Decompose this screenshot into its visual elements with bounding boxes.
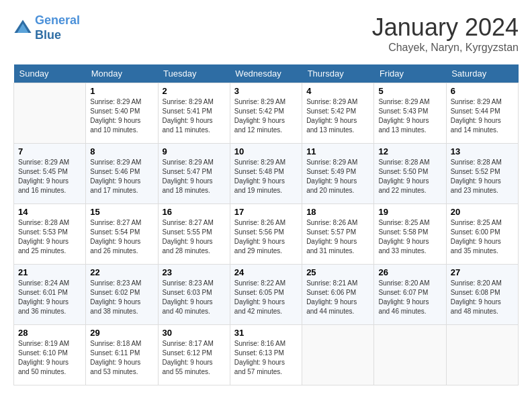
week-row-4: 21Sunrise: 8:24 AMSunset: 6:01 PMDayligh… — [14, 265, 519, 325]
day-info: Sunrise: 8:29 AMSunset: 5:42 PMDaylight:… — [306, 97, 369, 135]
day-number: 9 — [163, 146, 226, 156]
day-info: Sunrise: 8:24 AMSunset: 6:01 PMDaylight:… — [18, 279, 81, 316]
day-number: 11 — [306, 146, 369, 156]
week-row-1: 1Sunrise: 8:29 AMSunset: 5:40 PMDaylight… — [14, 83, 519, 144]
day-info: Sunrise: 8:23 AMSunset: 6:02 PMDaylight:… — [90, 279, 153, 316]
day-info: Sunrise: 8:26 AMSunset: 5:57 PMDaylight:… — [306, 218, 369, 256]
day-cell — [446, 325, 518, 385]
day-info: Sunrise: 8:28 AMSunset: 5:53 PMDaylight:… — [18, 218, 81, 256]
day-cell: 21Sunrise: 8:24 AMSunset: 6:01 PMDayligh… — [14, 265, 86, 325]
day-number: 25 — [306, 267, 369, 277]
weekday-header-tuesday: Tuesday — [158, 64, 230, 83]
day-number: 31 — [234, 328, 298, 338]
day-cell: 17Sunrise: 8:26 AMSunset: 5:56 PMDayligh… — [230, 204, 302, 265]
day-number: 10 — [234, 146, 298, 156]
logo-line2: Blue — [35, 28, 61, 42]
day-number: 24 — [234, 267, 298, 277]
calendar-table: SundayMondayTuesdayWednesdayThursdayFrid… — [13, 64, 519, 385]
weekday-header-friday: Friday — [374, 64, 446, 83]
day-number: 8 — [90, 146, 153, 156]
logo-icon — [13, 19, 32, 38]
day-cell: 26Sunrise: 8:20 AMSunset: 6:07 PMDayligh… — [374, 265, 446, 325]
day-cell: 29Sunrise: 8:18 AMSunset: 6:11 PMDayligh… — [86, 325, 158, 385]
logo-text: General Blue — [35, 13, 80, 42]
day-number: 5 — [378, 86, 441, 96]
day-cell: 28Sunrise: 8:19 AMSunset: 6:10 PMDayligh… — [14, 325, 86, 385]
day-cell: 22Sunrise: 8:23 AMSunset: 6:02 PMDayligh… — [86, 265, 158, 325]
day-number: 14 — [18, 207, 81, 217]
weekday-header-thursday: Thursday — [302, 64, 374, 83]
day-number: 18 — [306, 207, 369, 217]
day-info: Sunrise: 8:27 AMSunset: 5:54 PMDaylight:… — [90, 218, 153, 256]
day-info: Sunrise: 8:21 AMSunset: 6:06 PMDaylight:… — [306, 279, 369, 316]
calendar-body: 1Sunrise: 8:29 AMSunset: 5:40 PMDaylight… — [14, 83, 519, 385]
day-info: Sunrise: 8:16 AMSunset: 6:13 PMDaylight:… — [234, 339, 298, 377]
day-cell: 5Sunrise: 8:29 AMSunset: 5:43 PMDaylight… — [374, 83, 446, 144]
day-number: 20 — [451, 207, 514, 217]
day-number: 29 — [90, 328, 153, 338]
weekday-header-monday: Monday — [86, 64, 158, 83]
day-info: Sunrise: 8:29 AMSunset: 5:40 PMDaylight:… — [90, 97, 153, 135]
day-cell: 30Sunrise: 8:17 AMSunset: 6:12 PMDayligh… — [158, 325, 230, 385]
weekday-header-sunday: Sunday — [14, 64, 86, 83]
calendar-header: SundayMondayTuesdayWednesdayThursdayFrid… — [14, 64, 519, 83]
day-info: Sunrise: 8:17 AMSunset: 6:12 PMDaylight:… — [163, 339, 226, 377]
day-cell: 24Sunrise: 8:22 AMSunset: 6:05 PMDayligh… — [230, 265, 302, 325]
day-info: Sunrise: 8:29 AMSunset: 5:47 PMDaylight:… — [163, 158, 226, 195]
day-number: 15 — [90, 207, 153, 217]
day-cell: 1Sunrise: 8:29 AMSunset: 5:40 PMDaylight… — [86, 83, 158, 144]
week-row-2: 7Sunrise: 8:29 AMSunset: 5:45 PMDaylight… — [14, 144, 519, 204]
day-cell: 13Sunrise: 8:28 AMSunset: 5:52 PMDayligh… — [446, 144, 518, 204]
day-number: 26 — [378, 267, 441, 277]
location: Chayek, Naryn, Kyrgyzstan — [372, 42, 519, 54]
day-number: 23 — [163, 267, 226, 277]
page-header: General Blue January 2024 Chayek, Naryn,… — [13, 13, 519, 54]
week-row-5: 28Sunrise: 8:19 AMSunset: 6:10 PMDayligh… — [14, 325, 519, 385]
day-info: Sunrise: 8:29 AMSunset: 5:46 PMDaylight:… — [90, 158, 153, 195]
day-info: Sunrise: 8:29 AMSunset: 5:44 PMDaylight:… — [451, 97, 514, 135]
day-info: Sunrise: 8:25 AMSunset: 5:58 PMDaylight:… — [378, 218, 441, 256]
day-cell: 10Sunrise: 8:29 AMSunset: 5:48 PMDayligh… — [230, 144, 302, 204]
month-year: January 2024 — [372, 13, 519, 42]
day-cell: 15Sunrise: 8:27 AMSunset: 5:54 PMDayligh… — [86, 204, 158, 265]
day-cell: 14Sunrise: 8:28 AMSunset: 5:53 PMDayligh… — [14, 204, 86, 265]
day-cell: 4Sunrise: 8:29 AMSunset: 5:42 PMDaylight… — [302, 83, 374, 144]
day-cell: 25Sunrise: 8:21 AMSunset: 6:06 PMDayligh… — [302, 265, 374, 325]
day-number: 4 — [306, 86, 369, 96]
day-cell: 18Sunrise: 8:26 AMSunset: 5:57 PMDayligh… — [302, 204, 374, 265]
day-info: Sunrise: 8:23 AMSunset: 6:03 PMDaylight:… — [163, 279, 226, 316]
day-info: Sunrise: 8:22 AMSunset: 6:05 PMDaylight:… — [234, 279, 298, 316]
day-cell: 31Sunrise: 8:16 AMSunset: 6:13 PMDayligh… — [230, 325, 302, 385]
day-cell: 3Sunrise: 8:29 AMSunset: 5:42 PMDaylight… — [230, 83, 302, 144]
day-number: 16 — [163, 207, 226, 217]
day-number: 7 — [18, 146, 81, 156]
day-cell: 6Sunrise: 8:29 AMSunset: 5:44 PMDaylight… — [446, 83, 518, 144]
day-cell: 19Sunrise: 8:25 AMSunset: 5:58 PMDayligh… — [374, 204, 446, 265]
day-number: 22 — [90, 267, 153, 277]
day-cell — [374, 325, 446, 385]
day-info: Sunrise: 8:20 AMSunset: 6:08 PMDaylight:… — [451, 279, 514, 316]
day-cell: 9Sunrise: 8:29 AMSunset: 5:47 PMDaylight… — [158, 144, 230, 204]
day-cell: 11Sunrise: 8:29 AMSunset: 5:49 PMDayligh… — [302, 144, 374, 204]
day-cell — [14, 83, 86, 144]
day-info: Sunrise: 8:29 AMSunset: 5:41 PMDaylight:… — [163, 97, 226, 135]
logo: General Blue — [13, 13, 80, 42]
day-info: Sunrise: 8:27 AMSunset: 5:55 PMDaylight:… — [163, 218, 226, 256]
day-cell — [302, 325, 374, 385]
day-info: Sunrise: 8:29 AMSunset: 5:49 PMDaylight:… — [306, 158, 369, 195]
day-info: Sunrise: 8:28 AMSunset: 5:50 PMDaylight:… — [378, 158, 441, 195]
day-info: Sunrise: 8:19 AMSunset: 6:10 PMDaylight:… — [18, 339, 81, 377]
day-info: Sunrise: 8:26 AMSunset: 5:56 PMDaylight:… — [234, 218, 298, 256]
weekday-header-saturday: Saturday — [446, 64, 518, 83]
day-info: Sunrise: 8:29 AMSunset: 5:48 PMDaylight:… — [234, 158, 298, 195]
week-row-3: 14Sunrise: 8:28 AMSunset: 5:53 PMDayligh… — [14, 204, 519, 265]
day-info: Sunrise: 8:20 AMSunset: 6:07 PMDaylight:… — [378, 279, 441, 316]
day-number: 19 — [378, 207, 441, 217]
day-number: 13 — [451, 146, 514, 156]
day-cell: 27Sunrise: 8:20 AMSunset: 6:08 PMDayligh… — [446, 265, 518, 325]
day-number: 30 — [163, 328, 226, 338]
day-number: 3 — [234, 86, 298, 96]
day-number: 28 — [18, 328, 81, 338]
day-info: Sunrise: 8:25 AMSunset: 6:00 PMDaylight:… — [451, 218, 514, 256]
day-cell: 8Sunrise: 8:29 AMSunset: 5:46 PMDaylight… — [86, 144, 158, 204]
